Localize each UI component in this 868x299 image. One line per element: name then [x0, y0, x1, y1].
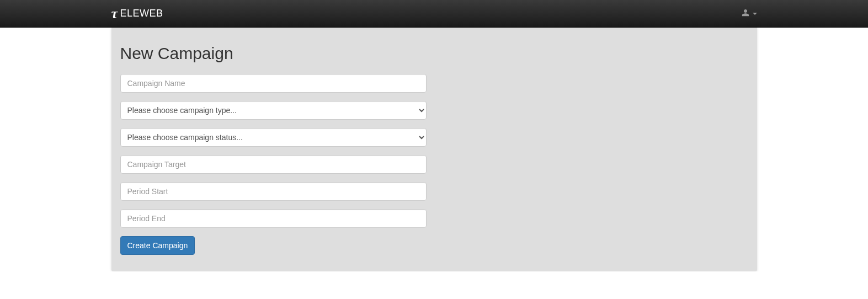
page-title: New Campaign	[120, 44, 748, 63]
period-start-group	[120, 182, 427, 201]
navbar-inner: τ ELEWEB	[111, 0, 757, 27]
campaign-status-select[interactable]: Please choose campaign status...	[120, 128, 427, 147]
period-end-input[interactable]	[120, 209, 427, 228]
campaign-target-input[interactable]	[120, 155, 427, 174]
campaign-type-select[interactable]: Please choose campaign type...	[120, 101, 427, 120]
period-end-group	[120, 209, 427, 228]
new-campaign-form: Please choose campaign type... Please ch…	[120, 74, 748, 255]
user-icon	[742, 9, 749, 18]
campaign-type-group: Please choose campaign type...	[120, 101, 427, 120]
brand-text: ELEWEB	[120, 8, 163, 19]
period-start-input[interactable]	[120, 182, 427, 201]
campaign-name-group	[120, 74, 427, 93]
campaign-name-input[interactable]	[120, 74, 427, 93]
navbar: τ ELEWEB	[0, 0, 868, 28]
campaign-status-group: Please choose campaign status...	[120, 128, 427, 147]
create-campaign-button[interactable]: Create Campaign	[120, 236, 195, 255]
brand-link[interactable]: τ ELEWEB	[111, 7, 163, 21]
user-dropdown[interactable]	[742, 9, 757, 18]
brand-tau-icon: τ	[111, 7, 118, 21]
main-container: New Campaign Please choose campaign type…	[111, 28, 757, 271]
caret-down-icon	[753, 13, 757, 15]
campaign-target-group	[120, 155, 427, 174]
